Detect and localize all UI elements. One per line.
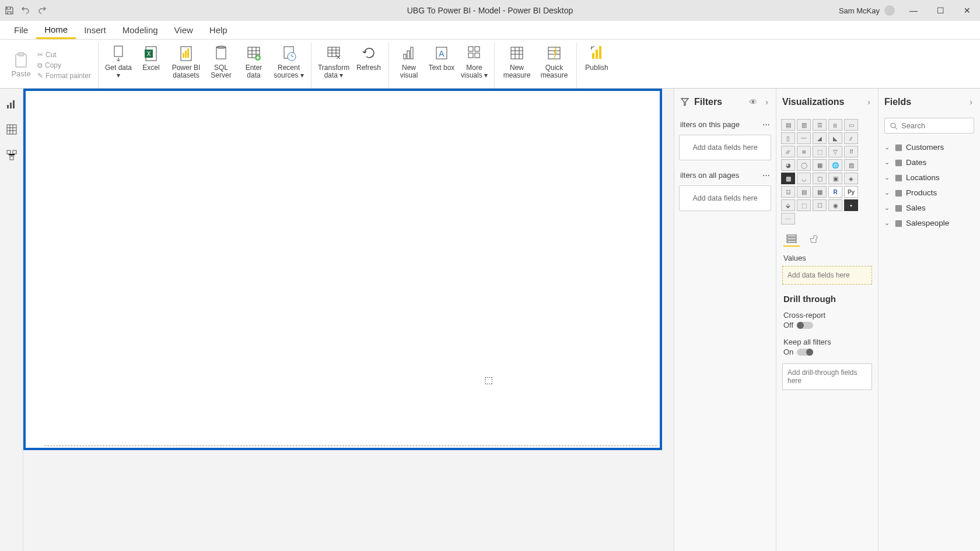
table-row[interactable]: ⌄▦Sales	[883, 200, 975, 215]
filters-on-page-label: ilters on this page	[680, 120, 740, 129]
sql-server-button[interactable]: SQL Server	[205, 42, 237, 88]
drill-dropzone[interactable]: Add drill-through fields here	[782, 363, 872, 390]
user-name: Sam McKay	[839, 6, 880, 15]
pbi-datasets-button[interactable]: Power BI datasets	[167, 42, 205, 88]
menu-view[interactable]: View	[166, 21, 201, 39]
transform-data-button[interactable]: Transform data ▾	[315, 42, 352, 88]
model-view-icon[interactable]	[5, 148, 19, 162]
viz-gauge[interactable]: ◡	[797, 173, 811, 184]
close-button[interactable]: ✕	[959, 6, 975, 15]
viz-pie[interactable]: ◕	[781, 159, 795, 171]
viz-map[interactable]: 🌐	[828, 159, 842, 171]
viz-funnel[interactable]: ▽	[828, 146, 842, 157]
undo-icon[interactable]	[21, 6, 30, 15]
quick-measure-button[interactable]: Quick measure	[536, 42, 573, 88]
viz-waterfall[interactable]: ⬚	[813, 146, 827, 157]
more-icon[interactable]: ⋯	[762, 120, 770, 129]
table-row[interactable]: ⌄▦Salespeople	[883, 215, 975, 230]
viz-slicer[interactable]: ☳	[781, 186, 795, 198]
viz-python[interactable]: Py	[844, 186, 858, 198]
filters-page-dropzone[interactable]: Add data fields here	[679, 135, 771, 160]
menu-modeling[interactable]: Modeling	[114, 21, 166, 39]
viz-stacked-column[interactable]: ▥	[797, 119, 811, 131]
svg-rect-29	[596, 50, 598, 59]
menu-insert[interactable]: Insert	[76, 21, 114, 39]
viz-area[interactable]: ◢	[813, 132, 827, 144]
report-canvas[interactable]	[44, 93, 657, 446]
recent-sources-button[interactable]: Recent sources ▾	[270, 42, 307, 88]
filters-collapse-icon[interactable]: ›	[764, 97, 770, 107]
get-data-button[interactable]: Get data ▾	[102, 42, 135, 88]
table-icon: ▦	[895, 188, 902, 197]
data-view-icon[interactable]	[5, 122, 19, 136]
viz-custom2[interactable]: ▪	[844, 199, 858, 211]
format-tab-icon[interactable]	[806, 233, 822, 247]
keep-filters-toggle[interactable]	[797, 349, 813, 356]
more-icon[interactable]: ⋯	[762, 171, 770, 180]
viz-ribbon[interactable]: ≋	[797, 146, 811, 157]
viz-key-influencers[interactable]: ⬙	[781, 199, 795, 211]
menu-file[interactable]: File	[6, 21, 36, 39]
viz-filled-map[interactable]: ▨	[844, 159, 858, 171]
viz-qa[interactable]: ☐	[813, 199, 827, 211]
restore-button[interactable]: ☐	[932, 6, 949, 15]
svg-rect-2	[114, 46, 123, 57]
publish-button[interactable]: Publish	[580, 42, 613, 88]
more-visuals-button[interactable]: More visuals ▾	[458, 42, 491, 88]
viz-more[interactable]: ⋯	[781, 213, 795, 224]
search-input[interactable]	[901, 121, 980, 130]
filters-all-dropzone[interactable]: Add data fields here	[679, 185, 771, 211]
viz-100-column[interactable]: ▯	[781, 132, 795, 144]
user-account[interactable]: Sam McKay	[839, 5, 895, 16]
enter-data-button[interactable]: Enter data	[237, 42, 270, 88]
viz-clustered-bar[interactable]: ☰	[813, 119, 827, 131]
menu-help[interactable]: Help	[201, 21, 236, 39]
excel-button[interactable]: XExcel	[135, 42, 167, 88]
viz-card[interactable]: ▢	[813, 173, 827, 184]
viz-scatter[interactable]: ⠿	[844, 146, 858, 157]
viz-custom1[interactable]: ◉	[828, 199, 842, 211]
viz-100-bar[interactable]: ▭	[844, 119, 858, 131]
viz-multi-card[interactable]: ▣	[828, 173, 842, 184]
viz-shape-map[interactable]: ▩	[781, 173, 795, 184]
paste-button: Paste	[8, 42, 34, 88]
table-row[interactable]: ⌄▦Dates	[883, 155, 975, 170]
viz-table[interactable]: ▤	[797, 186, 811, 198]
save-icon[interactable]	[5, 6, 14, 15]
redo-icon[interactable]	[37, 6, 47, 15]
table-row[interactable]: ⌄▦Customers	[883, 139, 975, 155]
viz-treemap[interactable]: ▦	[813, 159, 827, 171]
viz-line-column[interactable]: ⫽	[844, 132, 858, 144]
text-box-button[interactable]: AText box	[425, 42, 458, 88]
refresh-button[interactable]: Refresh	[352, 42, 385, 88]
fields-search[interactable]	[884, 118, 974, 134]
more-visuals-icon	[465, 44, 484, 63]
left-nav	[0, 89, 23, 551]
svg-rect-23	[475, 47, 480, 51]
table-row[interactable]: ⌄▦Locations	[883, 170, 975, 185]
viz-decomposition[interactable]: ⬚	[797, 199, 811, 211]
values-dropzone[interactable]: Add data fields here	[782, 266, 872, 285]
new-measure-button[interactable]: New measure	[498, 42, 536, 88]
viz-donut[interactable]: ◯	[797, 159, 811, 171]
text-box-icon: A	[432, 44, 451, 63]
viz-matrix[interactable]: ▦	[813, 186, 827, 198]
pbi-datasets-icon	[177, 44, 195, 63]
viz-kpi[interactable]: ◈	[844, 173, 858, 184]
viz-clustered-column[interactable]: ⫼	[828, 119, 842, 131]
viz-line[interactable]: 〰	[797, 132, 811, 144]
viz-collapse-icon[interactable]: ›	[866, 97, 872, 107]
cross-report-toggle[interactable]	[797, 322, 813, 329]
minimize-button[interactable]: —	[905, 6, 922, 15]
table-row[interactable]: ⌄▦Products	[883, 185, 975, 200]
viz-stacked-bar[interactable]: ▤	[781, 119, 795, 131]
menu-home[interactable]: Home	[36, 21, 76, 39]
fields-collapse-icon[interactable]: ›	[968, 97, 974, 107]
report-view-icon[interactable]	[5, 97, 19, 111]
new-visual-button[interactable]: New visual	[393, 42, 425, 88]
viz-r-script[interactable]: R	[828, 186, 842, 198]
filters-visibility-icon[interactable]: 👁	[747, 97, 759, 107]
fields-tab-icon[interactable]	[783, 233, 800, 247]
viz-stacked-area[interactable]: ◣	[828, 132, 842, 144]
viz-line-clustered[interactable]: ⫻	[781, 146, 795, 157]
